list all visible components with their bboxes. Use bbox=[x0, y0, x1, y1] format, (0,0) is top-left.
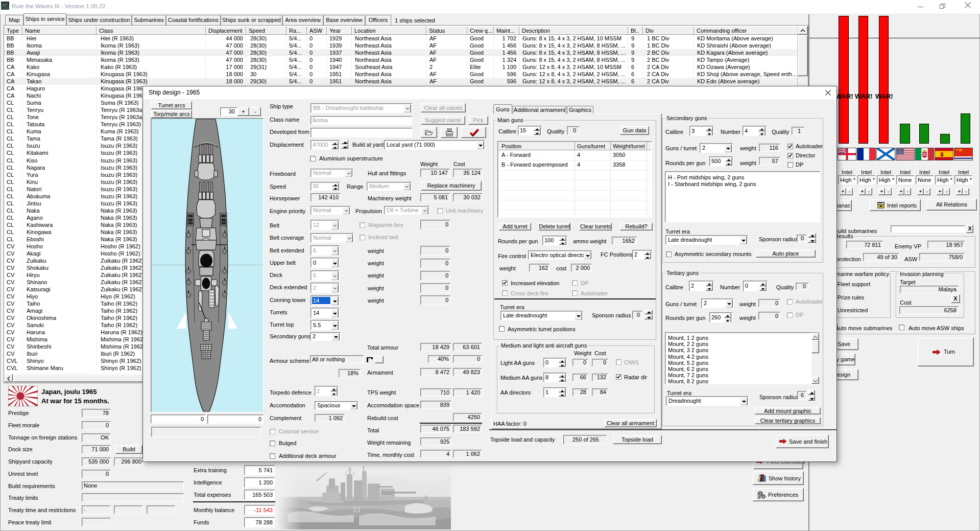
svg-text:21: 21 bbox=[353, 505, 361, 514]
